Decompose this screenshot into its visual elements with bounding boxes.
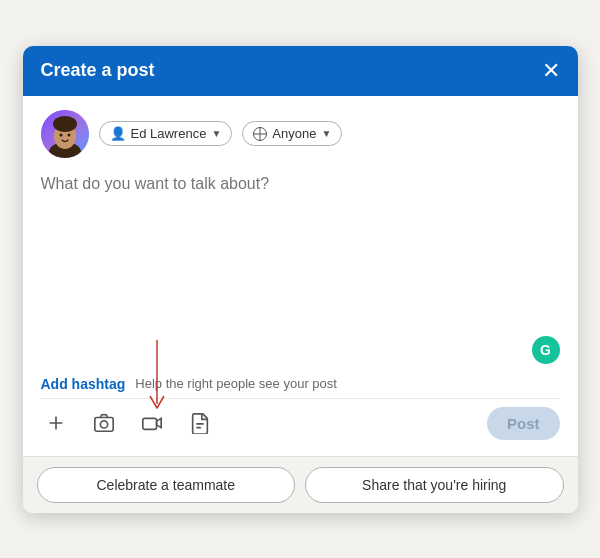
- svg-rect-8: [94, 418, 112, 432]
- svg-point-9: [100, 421, 107, 428]
- close-button[interactable]: ✕: [542, 60, 560, 82]
- svg-point-4: [59, 133, 62, 136]
- grammarly-area: G: [41, 336, 560, 364]
- modal-title: Create a post: [41, 60, 155, 81]
- add-hashtag-button[interactable]: Add hashtag: [41, 376, 126, 392]
- avatar: [41, 110, 89, 158]
- svg-rect-10: [142, 418, 156, 429]
- svg-point-5: [67, 133, 70, 136]
- modal-body: 👤 Ed Lawrence ▼ Anyone ▼ G: [23, 96, 578, 456]
- hashtag-row: Add hashtag Help the right people see yo…: [41, 368, 560, 398]
- celebrate-teammate-button[interactable]: Celebrate a teammate: [37, 467, 296, 503]
- add-photo-button[interactable]: [89, 408, 119, 438]
- bottom-bar: Celebrate a teammate Share that you're h…: [23, 456, 578, 513]
- add-video-button[interactable]: [137, 408, 167, 438]
- toolbar-row: Post: [41, 398, 560, 446]
- toolbar-left: [41, 408, 215, 438]
- user-name-label: Ed Lawrence: [131, 126, 207, 141]
- chevron-down-icon: ▼: [211, 128, 221, 139]
- user-row: 👤 Ed Lawrence ▼ Anyone ▼: [41, 110, 560, 158]
- grammarly-icon-label: G: [540, 342, 551, 358]
- audience-dropdown[interactable]: Anyone ▼: [242, 121, 342, 146]
- create-post-modal: Create a post ✕: [23, 46, 578, 513]
- post-button[interactable]: Post: [487, 407, 560, 440]
- post-input[interactable]: [41, 172, 560, 332]
- video-icon: [141, 412, 163, 434]
- grammarly-button[interactable]: G: [532, 336, 560, 364]
- add-media-button[interactable]: [41, 408, 71, 438]
- svg-point-3: [53, 116, 77, 132]
- plus-icon: [45, 412, 67, 434]
- audience-label: Anyone: [272, 126, 316, 141]
- user-dropdown[interactable]: 👤 Ed Lawrence ▼: [99, 121, 233, 146]
- video-tool-container: [137, 408, 167, 438]
- person-icon: 👤: [110, 126, 126, 141]
- chevron-down-icon-audience: ▼: [321, 128, 331, 139]
- modal-header: Create a post ✕: [23, 46, 578, 96]
- globe-icon: [253, 127, 267, 141]
- add-document-button[interactable]: [185, 408, 215, 438]
- camera-icon: [93, 412, 115, 434]
- hashtag-hint: Help the right people see your post: [135, 376, 337, 391]
- share-hiring-button[interactable]: Share that you're hiring: [305, 467, 564, 503]
- document-icon: [189, 412, 211, 434]
